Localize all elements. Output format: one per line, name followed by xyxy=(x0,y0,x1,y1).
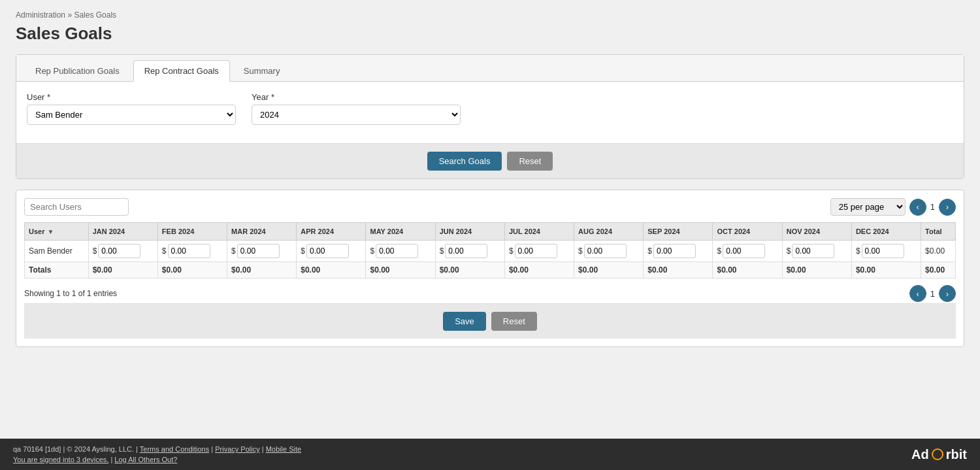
logo-ad: Ad xyxy=(911,447,929,462)
input-aug[interactable] xyxy=(584,244,627,258)
cell-total: $0.00 xyxy=(921,241,956,262)
reset-table-button[interactable]: Reset xyxy=(491,312,537,331)
input-oct[interactable] xyxy=(723,244,765,258)
terms-link[interactable]: Terms and Conditions xyxy=(140,445,209,453)
table-toolbar: 25 per page 50 per page 100 per page ‹ 1… xyxy=(24,198,956,216)
input-apr[interactable] xyxy=(306,244,349,258)
next-page-button-bottom[interactable]: › xyxy=(939,285,956,302)
signed-in-link[interactable]: You are signed into 3 devices. xyxy=(13,456,108,463)
col-jun: JUN 2024 xyxy=(435,223,504,241)
totals-total: $0.00 xyxy=(921,262,956,278)
breadcrumb: Administration » Sales Goals xyxy=(16,10,964,20)
totals-sep: $0.00 xyxy=(644,262,713,278)
pagination-control: 25 per page 50 per page 100 per page ‹ 1… xyxy=(830,198,956,216)
user-sort-icon: ▼ xyxy=(47,228,54,235)
col-nov: NOV 2024 xyxy=(782,223,851,241)
tab-rep-publication[interactable]: Rep Publication Goals xyxy=(24,60,131,81)
user-group: User * Sam Bender xyxy=(27,92,236,125)
cell-sep: $ xyxy=(644,241,713,262)
totals-row: Totals $0.00 $0.00 $0.00 $0.00 $0.00 $0.… xyxy=(25,262,956,278)
col-oct: OCT 2024 xyxy=(713,223,782,241)
year-group: Year * 2024 2023 2025 xyxy=(252,92,461,125)
totals-mar: $0.00 xyxy=(227,262,297,278)
footer: qa 70164 [1dd] | © 2024 Aysling, LLC. | … xyxy=(0,439,980,470)
col-jan: JAN 2024 xyxy=(88,223,157,241)
cell-mar: $ xyxy=(227,241,297,262)
input-may[interactable] xyxy=(376,244,418,258)
page-title: Sales Goals xyxy=(16,24,964,44)
input-mar[interactable] xyxy=(237,244,280,258)
input-sep[interactable] xyxy=(653,244,696,258)
form-section: User * Sam Bender Year * 2024 2023 2025 xyxy=(16,82,964,143)
log-out-link[interactable]: Log All Others Out? xyxy=(114,456,177,463)
input-jan[interactable] xyxy=(98,244,140,258)
col-user[interactable]: User ▼ xyxy=(25,223,89,241)
table-footer: Showing 1 to 1 of 1 entries ‹ 1 › xyxy=(24,284,956,303)
user-select[interactable]: Sam Bender xyxy=(27,105,236,125)
input-jul[interactable] xyxy=(515,244,557,258)
search-users-input[interactable] xyxy=(24,198,129,216)
footer-signed-in: You are signed into 3 devices. | Log All… xyxy=(13,456,301,463)
totals-apr: $0.00 xyxy=(297,262,366,278)
totals-jul: $0.00 xyxy=(504,262,574,278)
input-dec[interactable] xyxy=(862,244,904,258)
input-nov[interactable] xyxy=(792,244,834,258)
pagination-control-bottom: ‹ 1 › xyxy=(909,285,956,302)
cell-aug: $ xyxy=(574,241,644,262)
prev-page-button-bottom[interactable]: ‹ xyxy=(909,285,926,302)
input-jun[interactable] xyxy=(445,244,487,258)
cell-jul: $ xyxy=(504,241,574,262)
footer-logo: Ad rbit xyxy=(911,447,967,462)
main-card: Rep Publication Goals Rep Contract Goals… xyxy=(16,54,964,179)
col-mar: MAR 2024 xyxy=(227,223,297,241)
current-page: 1 xyxy=(930,202,935,212)
col-aug: AUG 2024 xyxy=(574,223,644,241)
totals-dec: $0.00 xyxy=(851,262,921,278)
search-goals-button[interactable]: Search Goals xyxy=(427,152,502,171)
privacy-link[interactable]: Privacy Policy xyxy=(215,445,259,453)
year-label: Year * xyxy=(252,92,461,102)
cell-nov: $ xyxy=(782,241,851,262)
totals-feb: $0.00 xyxy=(157,262,227,278)
cell-jan: $ xyxy=(88,241,157,262)
input-feb[interactable] xyxy=(168,244,210,258)
totals-jan: $0.00 xyxy=(88,262,157,278)
totals-may: $0.00 xyxy=(366,262,435,278)
col-may: MAY 2024 xyxy=(366,223,435,241)
search-bar-section: Search Goals Reset xyxy=(16,143,964,178)
tab-bar: Rep Publication Goals Rep Contract Goals… xyxy=(16,55,964,82)
tab-rep-contract[interactable]: Rep Contract Goals xyxy=(133,60,230,82)
breadcrumb-admin: Administration xyxy=(16,10,65,20)
col-feb: FEB 2024 xyxy=(157,223,227,241)
cell-oct: $ xyxy=(713,241,782,262)
totals-jun: $0.00 xyxy=(435,262,504,278)
form-row: User * Sam Bender Year * 2024 2023 2025 xyxy=(27,92,953,125)
totals-aug: $0.00 xyxy=(574,262,644,278)
next-page-button[interactable]: › xyxy=(939,199,956,216)
prev-page-button[interactable]: ‹ xyxy=(909,199,926,216)
col-sep: SEP 2024 xyxy=(644,223,713,241)
breadcrumb-current: Sales Goals xyxy=(74,10,116,20)
mobile-link[interactable]: Mobile Site xyxy=(266,445,301,453)
footer-left: qa 70164 [1dd] | © 2024 Aysling, LLC. | … xyxy=(13,445,301,463)
footer-text: qa 70164 [1dd] | © 2024 Aysling, LLC. | xyxy=(13,445,138,453)
cell-may: $ xyxy=(366,241,435,262)
footer-info: qa 70164 [1dd] | © 2024 Aysling, LLC. | … xyxy=(13,445,301,453)
col-total: Total xyxy=(921,223,956,241)
cell-feb: $ xyxy=(157,241,227,262)
year-select[interactable]: 2024 2023 2025 xyxy=(252,105,461,125)
totals-nov: $0.00 xyxy=(782,262,851,278)
totals-label: Totals xyxy=(25,262,89,278)
cell-jun: $ xyxy=(435,241,504,262)
cell-apr: $ xyxy=(297,241,366,262)
current-page-bottom: 1 xyxy=(930,289,935,299)
per-page-select[interactable]: 25 per page 50 per page 100 per page xyxy=(830,198,906,216)
save-button[interactable]: Save xyxy=(443,312,486,331)
col-apr: APR 2024 xyxy=(297,223,366,241)
tab-summary[interactable]: Summary xyxy=(233,60,291,81)
breadcrumb-separator: » xyxy=(67,10,72,20)
logo-orbit-circle xyxy=(932,448,943,460)
reset-search-button[interactable]: Reset xyxy=(507,152,553,171)
table-card: 25 per page 50 per page 100 per page ‹ 1… xyxy=(16,190,964,347)
table-header-row: User ▼ JAN 2024 FEB 2024 MAR 2024 APR 20… xyxy=(25,223,956,241)
